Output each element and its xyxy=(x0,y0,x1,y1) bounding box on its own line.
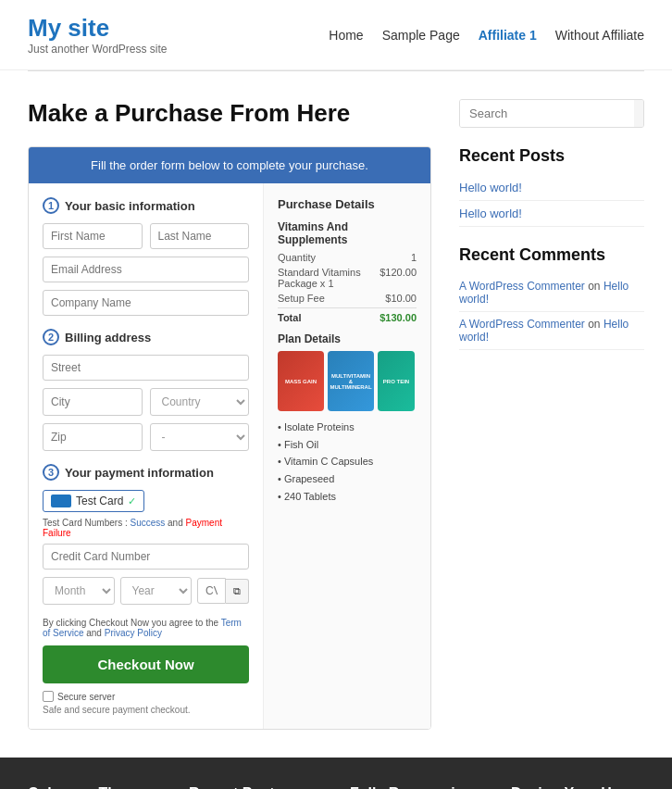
country-select[interactable]: Country xyxy=(150,388,250,416)
company-row xyxy=(43,290,249,316)
comment2-author[interactable]: A WordPress Commenter xyxy=(459,318,585,331)
section2-label: Billing address xyxy=(65,331,151,344)
footer-widget4-title: Design Your Home xyxy=(511,785,644,789)
footer-widgets: Colorway Theme Footer is widgetized. To … xyxy=(28,785,644,789)
footer-widget-4: Design Your Home Express your creativity… xyxy=(511,785,644,789)
site-title: My site xyxy=(28,14,168,43)
section2-num: 2 xyxy=(43,329,59,345)
product-image-area: MASS GAIN MULTIVITAMIN & MULTIMINERAL PR… xyxy=(278,351,417,411)
city-country-row: Country xyxy=(43,388,249,416)
footer-widget2-title: Recent Post xyxy=(189,785,322,789)
standard-row: Standard Vitamins Package x 1 $120.00 xyxy=(278,267,417,289)
secure-check-icon xyxy=(43,691,54,702)
street-row xyxy=(43,355,249,381)
cc-input[interactable] xyxy=(43,544,249,570)
nav-sample-page[interactable]: Sample Page xyxy=(382,28,460,43)
standard-label: Standard Vitamins Package x 1 xyxy=(278,267,380,289)
section3-num: 3 xyxy=(43,464,59,481)
bottle-teal: PRO TEIN xyxy=(378,351,415,411)
footer-widget-3: Fully Responsive Colorway is a unique re… xyxy=(350,785,483,789)
setup-label: Setup Fee xyxy=(278,293,325,304)
terms-text: By clicking Checkout Now you agree to th… xyxy=(43,618,249,638)
feature-1: • Isolate Proteins xyxy=(278,419,417,436)
total-price: $130.00 xyxy=(380,312,417,323)
nav-affiliate1[interactable]: Affiliate 1 xyxy=(479,28,537,43)
last-name-input[interactable] xyxy=(150,223,250,249)
cc-row xyxy=(43,544,249,570)
site-description: Just another WordPress site xyxy=(28,43,168,56)
comment2-on: on xyxy=(588,318,600,331)
search-button[interactable]: 🔍 xyxy=(634,100,644,127)
street-input[interactable] xyxy=(43,355,249,381)
test-card-info: Test Card Numbers : Success and Payment … xyxy=(43,518,249,538)
plan-details-title: Plan Details xyxy=(278,332,417,345)
quantity-row: Quantity 1 xyxy=(278,252,417,263)
form-section-payment: 3 Your payment information Test Card ✓ T… xyxy=(43,464,249,605)
search-input[interactable] xyxy=(460,100,634,127)
feature-list: • Isolate Proteins • Fish Oil • Vitamin … xyxy=(278,419,417,505)
order-form-container: Fill the order form below to complete yo… xyxy=(28,146,431,730)
bottle-red: MASS GAIN xyxy=(278,351,324,411)
section3-title: 3 Your payment information xyxy=(43,464,249,481)
payment-card-badge: Test Card ✓ xyxy=(43,490,144,512)
feature-2: • Fish Oil xyxy=(278,436,417,454)
month-select[interactable]: Month xyxy=(43,577,115,605)
comment-1: A WordPress Commenter on Hello world! xyxy=(459,274,644,312)
quantity-label: Quantity xyxy=(278,252,316,263)
form-section-basic: 1 Your basic information xyxy=(43,197,249,316)
zip-row: - xyxy=(43,423,249,451)
cvv-input[interactable] xyxy=(197,578,226,604)
email-row xyxy=(43,257,249,282)
bottle1-label: MASS GAIN xyxy=(285,379,317,384)
comment1-on: on xyxy=(588,280,600,293)
nav-without-affiliate[interactable]: Without Affiliate xyxy=(555,28,644,43)
year-select[interactable]: Year xyxy=(120,577,193,605)
setup-price: $10.00 xyxy=(385,293,417,304)
total-row: Total $130.00 xyxy=(278,307,417,323)
bottle3-label: PRO TEIN xyxy=(383,379,409,384)
sidebar: 🔍 Recent Posts Hello world! Hello world!… xyxy=(459,99,644,730)
post-link-2[interactable]: Hello world! xyxy=(459,201,644,227)
purchase-details-title: Purchase Details xyxy=(278,197,417,211)
privacy-link[interactable]: Privacy Policy xyxy=(105,628,162,638)
name-row xyxy=(43,223,249,249)
bottle2-label: MULTIVITAMIN & MULTIMINERAL xyxy=(330,373,371,390)
sidebar-recent-posts: Recent Posts Hello world! Hello world! xyxy=(459,146,644,227)
city-input[interactable] xyxy=(43,388,143,416)
zip-input[interactable] xyxy=(43,423,143,451)
section1-num: 1 xyxy=(43,197,59,214)
success-link[interactable]: Success xyxy=(130,518,165,528)
order-form-left: 1 Your basic information xyxy=(29,183,264,729)
order-form-header: Fill the order form below to complete yo… xyxy=(29,147,430,183)
section2-title: 2 Billing address xyxy=(43,329,249,345)
section1-title: 1 Your basic information xyxy=(43,197,249,214)
cvv-help-icon[interactable]: ⧉ xyxy=(226,579,249,604)
section3-label: Your payment information xyxy=(65,466,214,480)
recent-comments-title: Recent Comments xyxy=(459,245,644,265)
email-input[interactable] xyxy=(43,257,249,282)
product-name: Vitamins And Supplements xyxy=(278,220,417,246)
checkout-button[interactable]: Checkout Now xyxy=(43,645,249,683)
first-name-input[interactable] xyxy=(43,223,143,249)
site-header: My site Just another WordPress site Home… xyxy=(0,0,672,70)
footer-widget3-title: Fully Responsive xyxy=(350,785,483,789)
month-year-cvv-row: Month Year ⧉ xyxy=(43,577,249,605)
total-label: Total xyxy=(278,312,301,323)
site-nav: Home Sample Page Affiliate 1 Without Aff… xyxy=(329,28,644,43)
footer-widget1-title: Colorway Theme xyxy=(28,785,161,789)
comment1-author[interactable]: A WordPress Commenter xyxy=(459,280,585,293)
purchase-details: Purchase Details Vitamins And Supplement… xyxy=(264,183,430,729)
feature-4: • Grapeseed xyxy=(278,470,417,488)
recent-posts-title: Recent Posts xyxy=(459,146,644,166)
checkmark-icon: ✓ xyxy=(128,495,136,507)
feature-5: • 240 Tablets xyxy=(278,488,417,506)
site-footer: Colorway Theme Footer is widgetized. To … xyxy=(0,758,672,789)
post-link-1[interactable]: Hello world! xyxy=(459,175,644,201)
content-area: Make a Purchase From Here Fill the order… xyxy=(28,99,431,730)
safe-text: Safe and secure payment checkout. xyxy=(43,705,249,715)
state-select[interactable]: - xyxy=(150,423,250,451)
footer-widget-2: Recent Post Worth A Thousand Words Categ… xyxy=(189,785,322,789)
company-input[interactable] xyxy=(43,290,249,316)
nav-home[interactable]: Home xyxy=(329,28,363,43)
quantity-value: 1 xyxy=(411,252,417,263)
